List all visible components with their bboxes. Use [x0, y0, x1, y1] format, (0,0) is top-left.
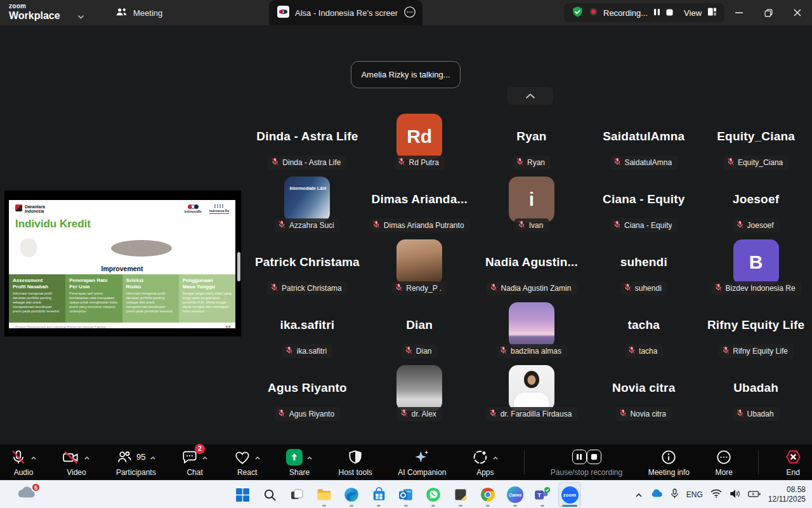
taskbar-notes-icon[interactable]	[449, 482, 472, 507]
muted-mic-icon	[278, 220, 286, 231]
participant-name-label: Novia citra	[615, 407, 672, 421]
slide-column: AssessmentProfil NasabahInformasi mengen…	[9, 274, 65, 323]
audio-options-chevron-icon[interactable]	[30, 451, 37, 463]
security-shield-check-icon[interactable]	[572, 6, 584, 20]
participant-tile[interactable]: Ciana - EquityCiana - Equity	[587, 173, 700, 236]
taskbar-clock[interactable]: 08.58 12/11/2025	[768, 485, 806, 504]
video-button[interactable]: Video	[62, 448, 90, 477]
participant-tile[interactable]: Agus RiyantoAgus Riyanto	[251, 361, 363, 424]
participant-tile[interactable]: dr. Alex	[363, 361, 476, 424]
participant-tile[interactable]: iIvan	[476, 173, 588, 236]
collapse-thumbnails-button[interactable]	[507, 87, 553, 105]
share-button[interactable]: Share	[286, 448, 313, 477]
participant-tile[interactable]: Nadia Agustin...Nadia Agustin Zamin	[476, 236, 588, 298]
participant-tile[interactable]: UbadahUbadah	[700, 361, 812, 424]
running-indicator	[431, 505, 435, 507]
tab-meeting[interactable]: Meeting	[109, 0, 169, 25]
participants-button[interactable]: 95Participants	[116, 448, 156, 477]
end-button[interactable]: End	[785, 448, 802, 477]
audio-button[interactable]: Audio	[10, 448, 37, 477]
taskbar-taskview-icon[interactable]	[285, 482, 308, 507]
taskbar-outlook-icon[interactable]	[395, 482, 417, 507]
participant-name-label: Dinda - Astra Life	[268, 156, 346, 170]
participant-tile[interactable]: Patrick ChristamaPatrick Christama	[251, 236, 363, 298]
close-button[interactable]	[783, 0, 812, 25]
video-options-chevron-icon[interactable]	[84, 451, 90, 463]
participant-tile[interactable]: RdRd Putra	[363, 110, 476, 173]
apps-button[interactable]: Apps	[472, 448, 499, 477]
pause-recording-button[interactable]	[572, 450, 587, 464]
share-options-chevron-icon[interactable]	[306, 451, 313, 463]
workspace-chevron-down-icon[interactable]	[77, 10, 84, 22]
taskbar-chrome-icon[interactable]	[476, 482, 499, 507]
view-layout-icon[interactable]	[707, 7, 717, 18]
participants-options-chevron-icon[interactable]	[150, 451, 156, 463]
host-tools-button[interactable]: Host tools	[339, 448, 372, 477]
tray-chevron-up-icon[interactable]	[635, 489, 643, 500]
muted-mic-icon	[395, 283, 403, 293]
taskbar-folder-icon[interactable]	[313, 482, 336, 507]
meeting-info-button[interactable]: Meeting info	[648, 448, 690, 477]
slide-photo-signing-hands	[9, 233, 235, 262]
participant-tile[interactable]: suhendisuhendi	[587, 236, 700, 298]
apps-options-chevron-icon[interactable]	[492, 451, 499, 463]
taskbar-teams-icon[interactable]: T	[531, 482, 554, 507]
more-button[interactable]: More	[716, 448, 733, 477]
participant-display-name: Ubadah	[731, 381, 781, 405]
taskbar-start-icon[interactable]	[231, 482, 254, 507]
ai-companion-button[interactable]: AI Companion	[398, 448, 446, 477]
pause-recording-icon[interactable]	[653, 8, 660, 18]
taskbar-zoom-icon[interactable]: zoom	[558, 482, 581, 507]
pause-stop-recording-button[interactable]: Pause/stop recording	[551, 448, 622, 477]
onedrive-cloud-icon[interactable]	[650, 489, 663, 500]
shared-screen-thumbnail[interactable]: Danantara Indonesia IndonesiaRe Indonesi…	[4, 190, 241, 337]
participant-tile[interactable]: Dinda - Astra LifeDinda - Astra Life	[251, 110, 363, 173]
taskbar-date: 12/11/2025	[768, 495, 806, 504]
chat-button[interactable]: 2Chat	[181, 448, 208, 477]
taskbar-search-icon[interactable]	[258, 482, 281, 507]
more-label: More	[716, 468, 733, 477]
participant-tile[interactable]: Dimas Arianda...Dimas Arianda Putranto	[363, 173, 476, 236]
participant-tile[interactable]: JoesoefJoesoef	[700, 173, 812, 236]
windows-taskbar: 5 CanvaTzoom ENG 08.58 12/11/2025	[0, 480, 812, 508]
participant-tile[interactable]: Intermediate L&HAzzahra Suci	[251, 173, 363, 236]
participant-tile[interactable]: ika.safitriika.safitri	[251, 298, 363, 361]
minimize-button[interactable]	[724, 0, 754, 25]
chat-label: Chat	[187, 468, 202, 477]
running-indicator	[404, 505, 408, 507]
participant-tile[interactable]: Rifny Equity LifeRifny Equity Life	[700, 298, 812, 361]
taskbar-store-icon[interactable]	[367, 482, 390, 507]
tab-screen-share[interactable]: Alsa - Indonesia Re's screen	[269, 0, 422, 25]
participant-tile[interactable]: DianDian	[363, 298, 476, 361]
view-button-label[interactable]: View	[684, 8, 702, 18]
participant-tile[interactable]: Equity_CianaEquity_Ciana	[700, 110, 812, 173]
taskbar-whatsapp-icon[interactable]	[422, 482, 445, 507]
stop-recording-icon[interactable]	[666, 8, 673, 18]
battery-charging-icon[interactable]	[748, 489, 761, 500]
participant-tile[interactable]: dr. Faradilla Firdausa	[476, 361, 588, 424]
shared-screen-scrollbar[interactable]	[237, 252, 240, 281]
taskbar-edge-icon[interactable]	[340, 482, 363, 507]
wifi-icon[interactable]	[710, 489, 722, 500]
participant-tile[interactable]: tachatacha	[587, 298, 700, 361]
participant-tile[interactable]: badzlina almas	[476, 298, 588, 361]
tab-options-ellipsis-icon[interactable]	[403, 6, 416, 20]
participant-tile[interactable]: Rendy_P .	[363, 236, 476, 298]
tray-microphone-icon[interactable]	[671, 488, 679, 502]
participant-tile[interactable]: BBizdev Indonesia Re	[700, 236, 812, 298]
restore-button[interactable]	[754, 0, 783, 25]
react-button[interactable]: React	[234, 448, 261, 477]
react-options-chevron-icon[interactable]	[254, 451, 261, 463]
slide-title: Individu Kredit	[9, 217, 235, 233]
participant-name-label: Nadia Agustin Zamin	[487, 281, 577, 295]
participant-tile[interactable]: RyanRyan	[476, 110, 588, 173]
stop-recording-button[interactable]	[587, 450, 601, 464]
taskbar-canva-icon[interactable]: Canva	[504, 482, 527, 507]
speaker-icon[interactable]	[730, 489, 740, 501]
language-indicator[interactable]: ENG	[686, 490, 703, 499]
danantara-logo: Danantara Indonesia	[15, 204, 45, 217]
participant-tile[interactable]: Novia citraNovia citra	[587, 361, 700, 424]
participant-tile[interactable]: SaidatulAmnaSaidatulAmna	[587, 110, 700, 173]
onedrive-tray-icon[interactable]: 5	[16, 486, 36, 502]
muted-mic-icon	[278, 409, 286, 419]
